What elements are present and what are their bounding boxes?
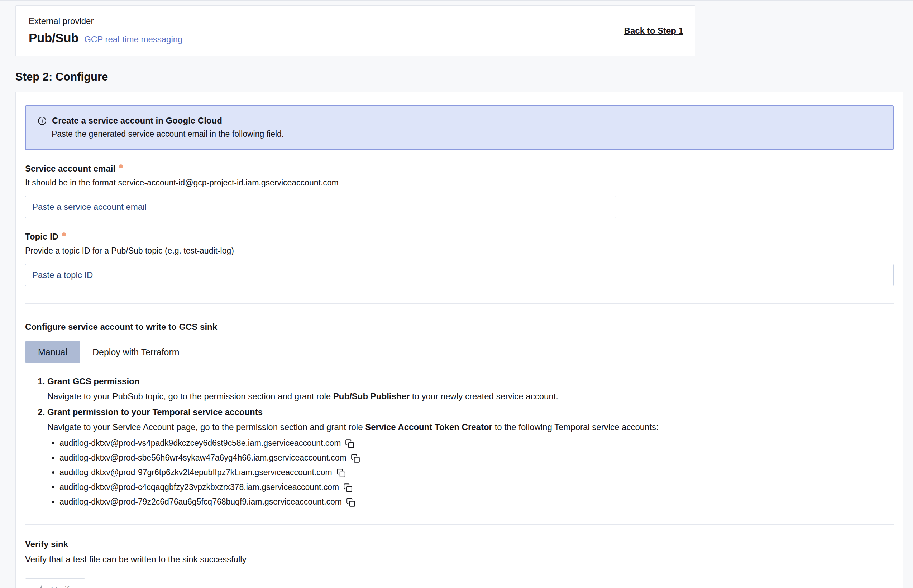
zap-icon: [37, 585, 46, 588]
service-account-email-input[interactable]: [25, 196, 616, 218]
service-account-email: auditlog-dktxv@prod-vs4padk9dkczcey6d6st…: [60, 438, 341, 447]
topic-id-input[interactable]: [25, 264, 894, 286]
verify-sink-title: Verify sink: [25, 539, 894, 550]
section-divider: [25, 524, 894, 525]
step-title: Grant GCS permission: [47, 376, 894, 387]
step-body: Navigate to your PubSub topic, go to the…: [47, 391, 894, 402]
list-item: auditlog-dktxv@prod-vs4padk9dkczcey6d6st…: [60, 438, 894, 448]
list-item: auditlog-dktxv@prod-79z2c6d76au6g5fcq768…: [60, 496, 894, 507]
step-grant-temporal-permission: Grant permission to your Temporal servic…: [47, 407, 894, 507]
info-banner-title: Create a service account in Google Cloud: [52, 115, 222, 126]
info-banner: Create a service account in Google Cloud…: [25, 105, 894, 150]
instruction-steps: Grant GCS permission Navigate to your Pu…: [25, 376, 894, 507]
topic-id-helper: Provide a topic ID for a Pub/Sub topic (…: [25, 246, 894, 256]
list-item: auditlog-dktxv@prod-c4cqaqgbfzy23vpzkbxz…: [60, 481, 894, 493]
provider-summary-card: External provider Pub/Sub GCP real-time …: [15, 5, 695, 56]
configure-tabs: Manual Deploy with Terraform: [25, 341, 193, 363]
list-item: auditlog-dktxv@prod-97gr6tp6zkv2t4epubff…: [60, 467, 894, 478]
info-circle-icon: [37, 116, 47, 126]
verify-button[interactable]: Verify: [25, 578, 85, 588]
tab-deploy-with-terraform[interactable]: Deploy with Terraform: [80, 341, 192, 363]
step-title: Grant permission to your Temporal servic…: [47, 407, 894, 418]
provider-name: Pub/Sub: [29, 31, 78, 45]
service-account-email: auditlog-dktxv@prod-c4cqaqgbfzy23vpzkbxz…: [60, 482, 339, 492]
step-body: Navigate to your Service Account page, g…: [47, 422, 894, 433]
copy-icon[interactable]: [343, 483, 353, 493]
service-account-list: auditlog-dktxv@prod-vs4padk9dkczcey6d6st…: [47, 438, 894, 507]
tab-manual[interactable]: Manual: [26, 341, 80, 363]
copy-icon[interactable]: [337, 468, 346, 478]
service-account-email-label: Service account email: [25, 163, 894, 174]
copy-icon[interactable]: [346, 498, 355, 507]
info-banner-body: Paste the generated service account emai…: [52, 129, 881, 139]
configure-card: Create a service account in Google Cloud…: [15, 92, 903, 588]
service-account-email-helper: It should be in the format service-accou…: [25, 178, 894, 188]
section-divider: [25, 303, 894, 304]
required-indicator: [119, 164, 123, 168]
page-title: Step 2: Configure: [15, 71, 913, 84]
provider-tagline: GCP real-time messaging: [84, 34, 182, 44]
verify-sink-description: Verify that a test file can be written t…: [25, 554, 894, 565]
service-account-email: auditlog-dktxv@prod-79z2c6d76au6g5fcq768…: [60, 497, 342, 506]
external-provider-label: External provider: [29, 16, 682, 26]
copy-icon[interactable]: [351, 454, 360, 463]
step-grant-gcs-permission: Grant GCS permission Navigate to your Pu…: [47, 376, 894, 402]
service-account-email: auditlog-dktxv@prod-sbe56h6wr4sykaw47a6y…: [60, 453, 346, 462]
list-item: auditlog-dktxv@prod-sbe56h6wr4sykaw47a6y…: [60, 452, 894, 463]
service-account-email: auditlog-dktxv@prod-97gr6tp6zkv2t4epubff…: [60, 468, 332, 477]
copy-icon[interactable]: [345, 439, 355, 448]
configure-section-title: Configure service account to write to GC…: [25, 321, 894, 332]
topic-id-label: Topic ID: [25, 231, 894, 242]
back-to-step-1-link[interactable]: Back to Step 1: [624, 26, 683, 36]
required-indicator: [62, 233, 66, 236]
